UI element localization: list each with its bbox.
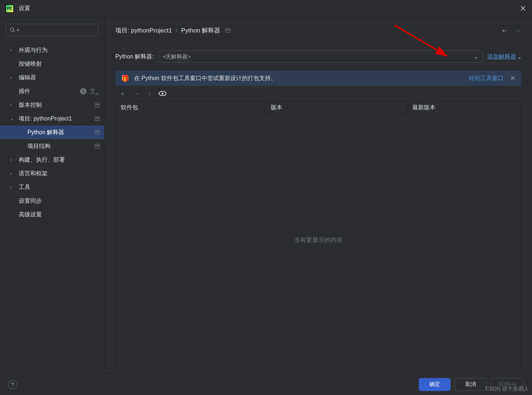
sidebar-item-label: 编辑器: [19, 74, 36, 82]
package-table: 软件包 版本 最新版本 没有要显示的内容: [115, 101, 521, 366]
breadcrumb-part: Python 解释器: [181, 26, 221, 35]
search-caret-icon: ▾: [17, 28, 19, 32]
sidebar-item-label: 工具: [19, 184, 30, 191]
interpreter-value: <无解释器>: [163, 53, 191, 60]
chevron-right-icon: ›: [10, 157, 15, 162]
interpreter-select[interactable]: <无解释器> ⌄: [158, 51, 483, 63]
sidebar-item-tools[interactable]: ›工具: [0, 180, 104, 194]
sidebar-item-label: 外观与行为: [19, 47, 48, 54]
plugin-count-badge: 1: [80, 88, 87, 95]
sidebar-item-label: 项目: pythonProject1: [19, 115, 72, 123]
ok-button[interactable]: 确定: [419, 378, 451, 391]
search-icon: [10, 27, 15, 33]
project-scope-icon: [95, 103, 100, 107]
sidebar-item-label: 语言和框架: [19, 170, 48, 177]
chevron-down-icon: ⌄: [518, 54, 521, 59]
chevron-right-icon: ›: [10, 171, 15, 176]
column-header-version[interactable]: 版本: [266, 101, 407, 114]
table-empty-message: 没有要显示的内容: [116, 114, 521, 366]
help-button[interactable]: ?: [8, 380, 17, 389]
settings-content: 项目: pythonProject1 › Python 解释器 ← → Pyth…: [105, 17, 532, 373]
table-header: 软件包 版本 最新版本: [116, 101, 521, 114]
breadcrumb-part[interactable]: 项目: pythonProject1: [115, 26, 172, 35]
titlebar: PC 设置 ✕: [0, 0, 532, 17]
window-title: 设置: [19, 5, 30, 12]
settings-tree: ›外观与行为 按键映射 ›编辑器 插件1文A ›版本控制 ⌄项目: python…: [0, 41, 104, 221]
app-icon: PC: [6, 5, 14, 13]
close-icon[interactable]: ✕: [520, 4, 526, 13]
project-scope-icon: [95, 117, 100, 121]
sidebar-item-label: 构建、执行、部署: [19, 156, 65, 164]
sidebar-item-project-structure[interactable]: 项目结构: [0, 139, 104, 153]
info-banner: 🎁 在 Python 软件包工具窗口中尝试重新设计的打包支持。 转到工具窗口 ✕: [115, 71, 521, 86]
sidebar-item-appearance[interactable]: ›外观与行为: [0, 43, 104, 57]
watermark: CSDN @十步易人: [485, 385, 529, 392]
language-icon: 文A: [89, 87, 98, 96]
dialog-footer: ? 确定 取消 应用(A): [0, 373, 532, 395]
chevron-right-icon: ›: [176, 27, 178, 34]
sidebar-item-keymap[interactable]: 按键映射: [0, 57, 104, 71]
sidebar-item-advanced[interactable]: 高级设置: [0, 208, 104, 221]
sidebar-item-build[interactable]: ›构建、执行、部署: [0, 153, 104, 167]
add-interpreter-link[interactable]: 添加解释器 ⌄: [487, 53, 521, 61]
svg-point-0: [10, 28, 14, 31]
show-early-releases-icon[interactable]: [159, 91, 167, 96]
add-package-icon[interactable]: ＋: [119, 89, 126, 98]
breadcrumb: 项目: pythonProject1 › Python 解释器 ← →: [115, 25, 521, 36]
back-arrow-icon[interactable]: ←: [501, 26, 508, 35]
chevron-down-icon: ⌄: [10, 116, 15, 121]
sidebar-item-label: 插件: [19, 88, 30, 95]
forward-arrow-icon[interactable]: →: [514, 26, 521, 35]
cancel-button[interactable]: 取消: [455, 378, 487, 391]
svg-line-1: [13, 31, 14, 32]
project-scope-icon: [225, 28, 230, 32]
settings-sidebar: ▾ ›外观与行为 按键映射 ›编辑器 插件1文A ›版本控制 ⌄项目: pyth…: [0, 17, 105, 373]
chevron-right-icon: ›: [10, 48, 15, 53]
chevron-down-icon: ⌄: [474, 53, 478, 60]
remove-package-icon[interactable]: －: [133, 89, 141, 98]
project-scope-icon: [95, 144, 100, 148]
sidebar-item-editor[interactable]: ›编辑器: [0, 71, 104, 84]
banner-close-icon[interactable]: ✕: [510, 74, 515, 82]
gift-icon: 🎁: [121, 74, 129, 82]
banner-goto-link[interactable]: 转到工具窗口: [469, 75, 504, 82]
sidebar-item-label: Python 解释器: [27, 129, 64, 136]
sidebar-item-label: 设置同步: [19, 197, 42, 205]
banner-text: 在 Python 软件包工具窗口中尝试重新设计的打包支持。: [134, 75, 276, 82]
interpreter-label: Python 解释器:: [115, 53, 154, 61]
column-header-latest[interactable]: 最新版本: [407, 101, 521, 114]
sidebar-item-label: 按键映射: [19, 60, 42, 68]
sidebar-item-languages[interactable]: ›语言和框架: [0, 167, 104, 180]
chevron-right-icon: ›: [10, 75, 15, 80]
sidebar-item-python-interpreter[interactable]: Python 解释器: [0, 126, 104, 139]
sidebar-item-project[interactable]: ⌄项目: pythonProject1: [0, 112, 104, 126]
project-scope-icon: [95, 130, 100, 135]
chevron-right-icon: ›: [10, 185, 15, 190]
nav-arrows: ← →: [501, 26, 521, 35]
column-header-name[interactable]: 软件包: [116, 101, 266, 114]
package-toolbar: ＋ － ↑: [115, 86, 521, 101]
upgrade-package-icon[interactable]: ↑: [148, 89, 151, 98]
sidebar-item-label: 高级设置: [19, 211, 42, 219]
sidebar-item-label: 版本控制: [19, 101, 42, 109]
sidebar-item-vcs[interactable]: ›版本控制: [0, 98, 104, 112]
sidebar-item-plugins[interactable]: 插件1文A: [0, 84, 104, 98]
sidebar-item-label: 项目结构: [27, 142, 50, 150]
search-input[interactable]: ▾: [6, 24, 98, 36]
chevron-right-icon: ›: [10, 102, 15, 107]
sidebar-item-settings-sync[interactable]: 设置同步: [0, 194, 104, 208]
